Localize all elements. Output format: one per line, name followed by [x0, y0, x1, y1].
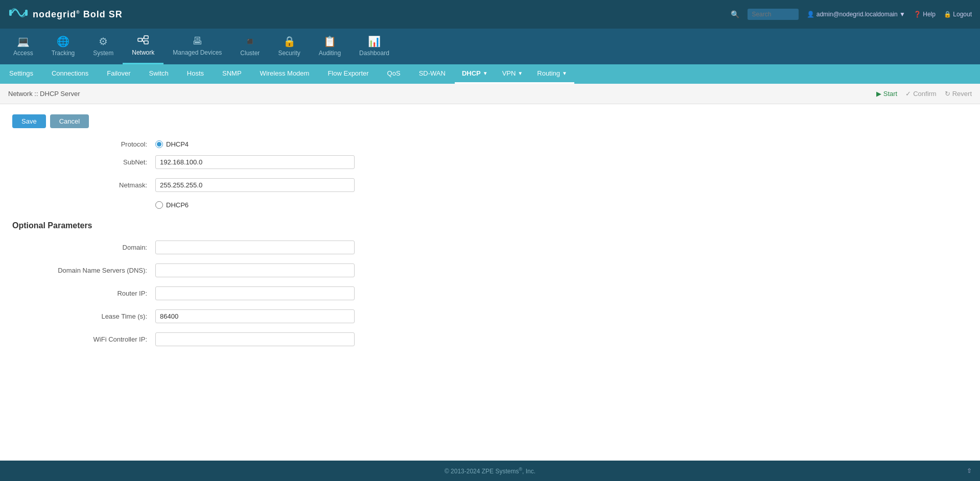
page-actions: ▶ Start ✓ Confirm ↻ Revert	[876, 90, 972, 98]
header-right: 🔍 👤 admin@nodegrid.localdomain ▼ ❓ Help …	[731, 9, 972, 20]
access-icon: 💻	[17, 35, 30, 47]
subnav-flow-exporter[interactable]: Flow Exporter	[318, 64, 378, 84]
protocol-row: Protocol: DHCP4	[53, 140, 968, 148]
vpn-chevron-icon: ▼	[518, 70, 523, 76]
search-icon[interactable]: 🔍	[731, 10, 739, 18]
nav-item-cluster[interactable]: ◾ Cluster	[231, 29, 269, 64]
nav-item-tracking[interactable]: 🌐 Tracking	[42, 29, 84, 64]
domain-row: Domain:	[53, 240, 968, 254]
domain-label: Domain:	[53, 244, 155, 251]
dhcp6-row: DHCP6	[53, 201, 968, 209]
app-name: nodegrid® Bold SR	[33, 9, 123, 20]
svg-rect-3	[144, 36, 148, 39]
header-search-input[interactable]	[748, 9, 799, 20]
svg-rect-4	[144, 41, 148, 44]
start-icon: ▶	[876, 90, 881, 98]
wifi-controller-row: WiFi Controller IP:	[53, 332, 968, 346]
subnav-settings[interactable]: Settings	[0, 64, 42, 84]
auditing-icon: 📋	[323, 35, 336, 47]
netmask-row: Netmask:	[53, 178, 968, 192]
header-user[interactable]: 👤 admin@nodegrid.localdomain ▼	[807, 11, 905, 18]
page-header: Network :: DHCP Server ▶ Start ✓ Confirm…	[0, 84, 980, 104]
nav-item-system[interactable]: ⚙ System	[84, 29, 123, 64]
subnav-routing[interactable]: Routing ▼	[530, 64, 574, 84]
user-icon: 👤	[807, 11, 814, 18]
nav-item-access[interactable]: 💻 Access	[4, 29, 42, 64]
confirm-action[interactable]: ✓ Confirm	[905, 90, 937, 98]
router-ip-input[interactable]	[155, 286, 355, 300]
start-action[interactable]: ▶ Start	[876, 90, 897, 98]
netmask-input[interactable]	[155, 178, 355, 192]
nav-item-auditing[interactable]: 📋 Auditing	[310, 29, 350, 64]
dhcp4-option[interactable]: DHCP4	[155, 140, 189, 148]
confirm-icon: ✓	[905, 90, 911, 98]
subnet-row: SubNet:	[53, 155, 968, 169]
subnav-qos[interactable]: QoS	[378, 64, 410, 84]
nav-item-security[interactable]: 🔒 Security	[269, 29, 309, 64]
dhcp6-option[interactable]: DHCP6	[155, 201, 189, 209]
security-icon: 🔒	[283, 35, 296, 47]
logo-area: nodegrid® Bold SR	[8, 3, 123, 27]
subnet-input[interactable]	[155, 155, 355, 169]
breadcrumb: Network :: DHCP Server	[8, 90, 80, 98]
cluster-icon: ◾	[244, 35, 256, 47]
footer: © 2013-2024 ZPE Systems®, Inc. ⇧	[0, 461, 980, 481]
revert-icon: ↻	[945, 90, 950, 98]
subnav-connections[interactable]: Connections	[42, 64, 98, 84]
system-icon: ⚙	[99, 35, 108, 47]
lease-time-label: Lease Time (s):	[53, 312, 155, 320]
domain-input[interactable]	[155, 240, 355, 254]
save-button[interactable]: Save	[12, 114, 46, 128]
revert-action[interactable]: ↻ Revert	[945, 90, 972, 98]
dns-input[interactable]	[155, 263, 355, 277]
router-ip-label: Router IP:	[53, 290, 155, 297]
subnav-snmp[interactable]: SNMP	[213, 64, 251, 84]
nav-item-managed-devices[interactable]: 🖶 Managed Devices	[164, 29, 231, 64]
scroll-to-top-icon[interactable]: ⇧	[967, 467, 972, 474]
subnav-dhcp[interactable]: DHCP ▼	[455, 64, 495, 84]
nav-bar: 💻 Access 🌐 Tracking ⚙ System Network 🖶 M…	[0, 29, 980, 64]
main-content: Save Cancel Protocol: DHCP4 SubNet: Netm…	[0, 104, 980, 461]
subnet-label: SubNet:	[53, 158, 155, 166]
logout-link[interactable]: 🔒 Logout	[944, 11, 972, 18]
footer-text: © 2013-2024 ZPE Systems®, Inc.	[445, 467, 535, 475]
subnav-vpn[interactable]: VPN ▼	[495, 64, 530, 84]
help-link[interactable]: ❓ Help	[914, 11, 936, 18]
dhcp4-label: DHCP4	[166, 140, 189, 148]
routing-chevron-icon: ▼	[562, 70, 567, 76]
logout-icon: 🔒	[944, 11, 951, 18]
button-row: Save Cancel	[12, 114, 968, 128]
wifi-controller-label: WiFi Controller IP:	[53, 335, 155, 343]
dns-row: Domain Name Servers (DNS):	[53, 263, 968, 277]
top-header: nodegrid® Bold SR 🔍 👤 admin@nodegrid.loc…	[0, 0, 980, 29]
svg-rect-0	[9, 10, 12, 16]
subnav-hosts[interactable]: Hosts	[178, 64, 213, 84]
lease-time-input[interactable]	[155, 309, 355, 323]
nav-item-dashboard[interactable]: 📊 Dashboard	[350, 29, 399, 64]
dhcp6-label: DHCP6	[166, 201, 189, 209]
help-icon: ❓	[914, 11, 921, 18]
subnav-sd-wan[interactable]: SD-WAN	[410, 64, 455, 84]
router-ip-row: Router IP:	[53, 286, 968, 300]
subnav-switch[interactable]: Switch	[140, 64, 178, 84]
tracking-icon: 🌐	[57, 35, 69, 47]
dhcp-chevron-icon: ▼	[483, 70, 488, 76]
cancel-button[interactable]: Cancel	[50, 114, 89, 128]
managed-devices-icon: 🖶	[192, 35, 202, 47]
nav-item-network[interactable]: Network	[123, 29, 164, 64]
wifi-controller-input[interactable]	[155, 332, 355, 346]
dhcp6-radio[interactable]	[155, 201, 163, 209]
network-icon	[137, 35, 149, 47]
sub-nav: Settings Connections Failover Switch Hos…	[0, 64, 980, 84]
optional-section-title: Optional Parameters	[12, 221, 968, 230]
subnav-failover[interactable]: Failover	[98, 64, 139, 84]
lease-time-row: Lease Time (s):	[53, 309, 968, 323]
dhcp4-radio[interactable]	[155, 140, 163, 148]
protocol-label: Protocol:	[53, 140, 155, 148]
svg-rect-1	[25, 10, 28, 16]
dns-label: Domain Name Servers (DNS):	[53, 267, 155, 274]
subnav-wireless-modem[interactable]: Wireless Modem	[251, 64, 319, 84]
logo-icon	[8, 3, 29, 27]
netmask-label: Netmask:	[53, 181, 155, 189]
dashboard-icon: 📊	[368, 35, 381, 47]
